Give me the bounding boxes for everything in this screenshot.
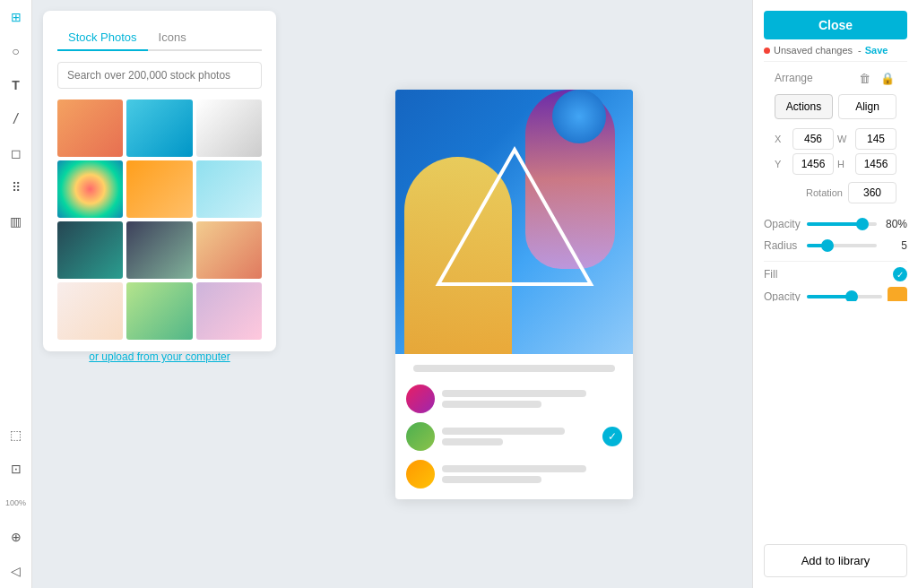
text-icon[interactable]: T bbox=[6, 75, 26, 95]
coord-grid: X W Y H bbox=[775, 128, 896, 175]
radius-slider[interactable] bbox=[807, 244, 877, 247]
unsaved-bar: Unsaved changes - Save bbox=[753, 39, 918, 61]
design-card: ✓ bbox=[395, 90, 633, 499]
avatar bbox=[406, 460, 435, 489]
right-panel: Close Unsaved changes - Save Arrange 🗑 🔒… bbox=[752, 0, 918, 588]
zoom-label: 100% bbox=[6, 493, 26, 513]
fill-opacity-label: Opacity bbox=[764, 290, 801, 301]
list-text-group bbox=[442, 465, 622, 483]
photo-cell[interactable] bbox=[126, 221, 192, 279]
opacity-thumb[interactable] bbox=[856, 218, 869, 230]
list-line bbox=[442, 465, 586, 472]
list-line bbox=[442, 476, 541, 483]
radius-value: 5 bbox=[882, 239, 907, 252]
save-link[interactable]: Save bbox=[865, 45, 888, 56]
arrange-label: Arrange bbox=[775, 72, 813, 84]
list-text-group bbox=[442, 428, 595, 445]
x-input[interactable] bbox=[792, 128, 834, 150]
rotation-input[interactable] bbox=[848, 182, 896, 203]
pen-icon[interactable]: / bbox=[6, 109, 26, 129]
photo-cell[interactable] bbox=[57, 282, 123, 340]
fill-check-icon: ✓ bbox=[896, 270, 904, 280]
fill-row: Fill ✓ bbox=[764, 261, 907, 287]
color-swatch[interactable] bbox=[888, 287, 907, 301]
search-input[interactable] bbox=[57, 62, 262, 89]
photo-cell[interactable] bbox=[126, 99, 192, 157]
opacity-slider[interactable] bbox=[807, 222, 877, 226]
canvas-area[interactable]: ✓ bbox=[276, 0, 752, 588]
list-line bbox=[442, 438, 503, 445]
action-buttons: Actions Align bbox=[775, 94, 896, 119]
trash-icon[interactable]: 🗑 bbox=[855, 69, 873, 87]
circle-icon[interactable]: ○ bbox=[6, 41, 26, 61]
fill-opacity-slider[interactable] bbox=[807, 295, 882, 298]
fill-toggle[interactable]: ✓ bbox=[893, 267, 907, 281]
upload-link[interactable]: or upload from your computer bbox=[57, 350, 262, 363]
avatar bbox=[406, 385, 435, 413]
h-input[interactable] bbox=[855, 153, 896, 175]
photo-cell[interactable] bbox=[196, 282, 262, 340]
opacity-row: Opacity 80% bbox=[764, 218, 907, 230]
main-area: Stock Photos Icons or upload from your c… bbox=[32, 0, 918, 588]
rotation-row: Rotation bbox=[775, 182, 896, 203]
radius-thumb[interactable] bbox=[821, 239, 834, 252]
y-label: Y bbox=[775, 159, 789, 169]
pointer-icon[interactable]: ◁ bbox=[6, 561, 26, 581]
avatar bbox=[406, 422, 435, 451]
left-toolbar: ⊞ ○ T / ◻ ⠿ ▥ ⬚ ⊡ 100% ⊕ ◁ bbox=[0, 0, 32, 588]
home-icon[interactable]: ⊞ bbox=[6, 7, 26, 27]
arrange-header: Arrange 🗑 🔒 bbox=[775, 69, 896, 87]
opacity-label: Opacity bbox=[764, 218, 801, 230]
plugin-icon[interactable]: ⊡ bbox=[6, 459, 26, 479]
fill-label: Fill bbox=[764, 268, 777, 281]
stock-panel: Stock Photos Icons or upload from your c… bbox=[43, 11, 276, 351]
photo-cell[interactable] bbox=[126, 160, 192, 218]
y-input[interactable] bbox=[792, 153, 834, 175]
list-item bbox=[406, 385, 622, 413]
svg-marker-0 bbox=[438, 150, 591, 284]
actions-button[interactable]: Actions bbox=[775, 94, 833, 119]
arrange-icons: 🗑 🔒 bbox=[855, 69, 896, 87]
opacity-value: 80% bbox=[882, 218, 907, 230]
add-to-library-button[interactable]: Add to library bbox=[764, 544, 907, 577]
h-label: H bbox=[837, 159, 852, 169]
radius-label: Radius bbox=[764, 239, 801, 252]
list-item: ✓ bbox=[406, 422, 622, 451]
unsaved-text: Unsaved changes bbox=[774, 45, 853, 56]
shapes-icon[interactable]: ◻ bbox=[6, 143, 26, 163]
opacity-fill bbox=[807, 222, 862, 226]
photo-cell[interactable] bbox=[196, 160, 262, 218]
grid-icon[interactable]: ⠿ bbox=[6, 177, 26, 197]
card-list: ✓ bbox=[395, 354, 633, 499]
list-line bbox=[442, 401, 541, 408]
photo-cell[interactable] bbox=[57, 160, 123, 218]
list-line bbox=[442, 428, 565, 435]
photo-cell[interactable] bbox=[57, 99, 123, 157]
list-item bbox=[406, 460, 622, 489]
list-text-group bbox=[442, 390, 622, 408]
photo-cell[interactable] bbox=[196, 221, 262, 279]
triangle-overlay bbox=[395, 90, 633, 354]
close-button[interactable]: Close bbox=[764, 11, 907, 39]
photo-cell[interactable] bbox=[196, 99, 262, 157]
fill-opacity-row: Opacity bbox=[764, 287, 907, 301]
photo-cell[interactable] bbox=[57, 221, 123, 279]
image-icon[interactable]: ⬚ bbox=[6, 425, 26, 445]
zoom-icon[interactable]: ⊕ bbox=[6, 527, 26, 547]
lock-icon[interactable]: 🔒 bbox=[879, 69, 896, 87]
layers-icon[interactable]: ▥ bbox=[6, 212, 26, 231]
fill-opacity-thumb[interactable] bbox=[845, 290, 858, 301]
tab-icons[interactable]: Icons bbox=[148, 25, 197, 51]
arrange-section: Arrange 🗑 🔒 Actions Align X W Y bbox=[764, 61, 907, 218]
w-input[interactable] bbox=[855, 128, 896, 150]
unsaved-dot bbox=[764, 48, 770, 54]
right-panel-scroll: Arrange 🗑 🔒 Actions Align X W Y bbox=[753, 61, 918, 301]
check-badge: ✓ bbox=[602, 427, 622, 446]
tab-stock-photos[interactable]: Stock Photos bbox=[57, 25, 148, 51]
w-label: W bbox=[837, 134, 852, 144]
align-button[interactable]: Align bbox=[838, 94, 896, 119]
radius-row: Radius 5 bbox=[764, 239, 907, 252]
panel-tabs: Stock Photos Icons bbox=[57, 25, 262, 51]
design-card-image bbox=[395, 90, 633, 354]
photo-cell[interactable] bbox=[126, 282, 192, 340]
